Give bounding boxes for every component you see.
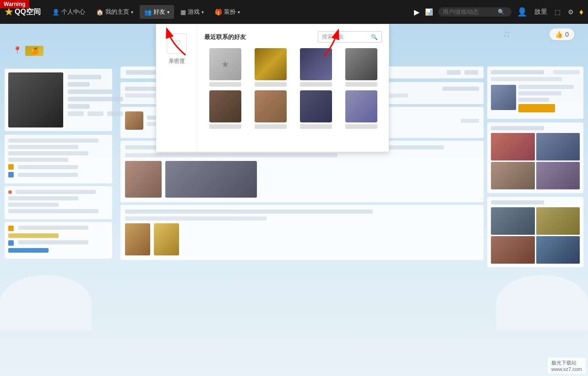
stat-item-3: [107, 111, 123, 116]
diamond-icon: ♦: [579, 7, 583, 17]
dropdown-right-panel: 最近联系的好友 搜索好友 🔍 ★: [197, 24, 389, 152]
orange-indicator: [8, 164, 14, 170]
person-icon: 👤: [52, 9, 60, 16]
nav-item-dress[interactable]: 🎁 装扮 ▾: [210, 5, 245, 19]
grid-img-1: [491, 133, 535, 160]
friend-name-5: [209, 124, 241, 129]
search-placeholder: 搜索好友: [322, 33, 369, 41]
right-sidebar: [487, 66, 588, 376]
friend-search-box[interactable]: 搜索好友 🔍: [318, 31, 382, 43]
username-blur: [68, 75, 101, 79]
games-icon: ▦: [180, 9, 186, 16]
chevron-down-icon: ▾: [238, 10, 240, 15]
bio-blur: [68, 89, 112, 94]
profile-avatar: [8, 72, 63, 127]
export-icon[interactable]: ⬚: [553, 6, 562, 17]
sidebar-block-3: [5, 222, 112, 259]
like-count: 0: [565, 31, 569, 38]
search-icon: 🔍: [498, 9, 505, 15]
logo-text: QQ空间: [15, 7, 41, 17]
nav-item-home[interactable]: 🏠 我的主页 ▾: [92, 5, 138, 19]
search-box[interactable]: 🔍: [438, 7, 512, 17]
right-img-grid: [491, 133, 580, 189]
feed-img-2: [165, 161, 257, 198]
right-card-3: [487, 197, 583, 267]
friend-grid-row2: [204, 90, 382, 129]
warning-label: Warning: [4, 1, 26, 7]
blue-dot2: [8, 240, 14, 246]
friend-avatar-2: [255, 48, 287, 80]
right-card-2: [487, 122, 583, 193]
profile-section: 🍊: [25, 46, 44, 56]
sidebar-block-2: [5, 186, 112, 219]
feed-img-row: [125, 161, 479, 198]
grid-img-6: [536, 207, 580, 235]
feed-avatar-2: [125, 111, 143, 130]
nav-items: 👤 个人中心 🏠 我的主页 ▾ 👥 好友 ▾ ▦ 游戏 ▾ 🎁 装扮 ▾: [48, 5, 414, 19]
left-sidebar: [0, 66, 117, 376]
chevron-down-icon: ▾: [167, 10, 169, 15]
intimacy-icon[interactable]: ♡: [167, 33, 187, 54]
nav-item-friends[interactable]: 👥 好友 ▾: [140, 5, 174, 19]
orange-dot2: [8, 226, 14, 231]
yellow-badge: [518, 104, 555, 112]
grid-img-8: [536, 236, 580, 264]
friend-item-2[interactable]: [250, 48, 291, 87]
friend-item-7[interactable]: [295, 90, 337, 129]
friend-avatar-5: [209, 90, 241, 122]
friend-name-2: [255, 82, 287, 87]
friend-name-1: [209, 82, 241, 87]
friend-avatar-4: [345, 48, 377, 80]
like-button[interactable]: 👍 0: [550, 28, 574, 40]
stat-item-2: [87, 111, 103, 116]
nav-right: ▶ 📊 🔍 👤 故里 ⬚ ⚙ ♦: [414, 5, 583, 19]
friend-avatar-3: [300, 48, 332, 80]
chevron-down-icon: ▾: [201, 10, 204, 15]
top-nav: ★ QQ空间 👤 个人中心 🏠 我的主页 ▾ 👥 好友 ▾ ▦ 游戏 ▾ 🎁 装…: [0, 0, 588, 24]
grid-img-3: [491, 162, 535, 189]
grid-img-4: [536, 162, 580, 189]
grid-img-2: [536, 133, 580, 160]
settings-icon[interactable]: ⚙: [566, 6, 576, 17]
watermark-line2: www.xz7.com: [551, 366, 582, 372]
story-label[interactable]: 故里: [533, 6, 549, 18]
friend-name-3: [300, 82, 332, 87]
search-input[interactable]: [443, 9, 498, 15]
friend-item-1[interactable]: ★: [204, 48, 246, 87]
sidebar-block-1: [5, 135, 112, 183]
nav-item-games[interactable]: ▦ 游戏 ▾: [176, 5, 208, 19]
dress-icon: 🎁: [215, 9, 222, 16]
grid-img-5: [491, 207, 535, 235]
bio-blur3: [68, 104, 90, 109]
intimacy-label: 亲密度: [169, 57, 185, 65]
friend-name-4: [345, 82, 377, 87]
right-avatar-row: [491, 85, 580, 112]
search-icon: 🔍: [371, 34, 378, 40]
thumbs-up-icon: 👍: [555, 31, 563, 38]
friend-item-3[interactable]: [295, 48, 337, 87]
friend-avatar-6: [255, 90, 287, 122]
dropdown-left-panel: ♡ 亲密度: [156, 24, 197, 152]
userid-blur: [68, 82, 90, 87]
recent-friends-title: 最近联系的好友: [204, 33, 246, 41]
profile-card: [5, 69, 112, 131]
chart-icon[interactable]: 📊: [423, 6, 435, 17]
nav-item-personal[interactable]: 👤 个人中心: [48, 5, 90, 19]
user-silhouette-icon[interactable]: 👤: [515, 5, 529, 19]
friend-name-7: [300, 124, 332, 129]
pink-dot: [8, 190, 12, 194]
home-icon: 🏠: [96, 9, 103, 16]
friend-item-4[interactable]: [340, 48, 382, 87]
watermark: 极光下载站 www.xz7.com: [548, 358, 586, 374]
play-icon[interactable]: ▶: [414, 8, 419, 17]
friend-item-8[interactable]: [340, 90, 382, 129]
friend-item-6[interactable]: [250, 90, 291, 129]
friend-avatar-7: [300, 90, 332, 122]
friends-icon: 👥: [144, 9, 152, 16]
watermark-line1: 极光下载站: [551, 359, 582, 366]
bio-blur2: [68, 97, 123, 101]
profile-avatar-small: 🍊: [25, 46, 44, 56]
right-img-grid-2: [491, 207, 580, 264]
blue-indicator: [8, 172, 14, 177]
friend-item-5[interactable]: [204, 90, 246, 129]
